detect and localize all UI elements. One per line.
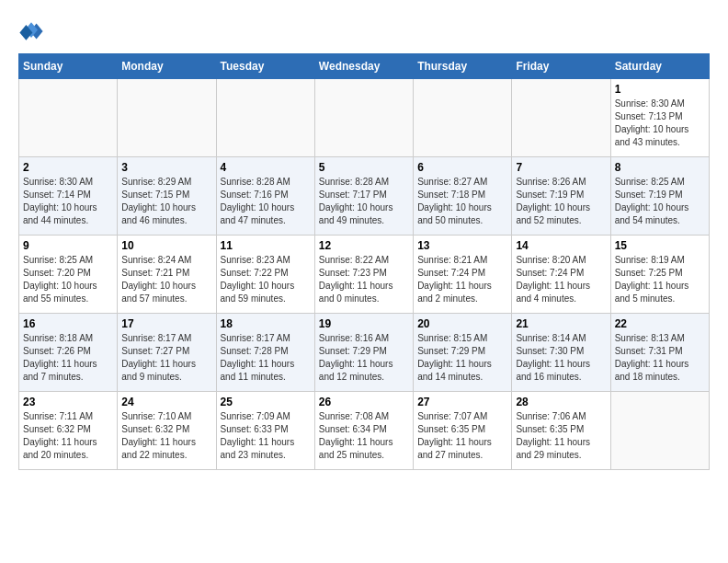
calendar-day-cell: 21Sunrise: 8:14 AM Sunset: 7:30 PM Dayli… xyxy=(512,314,610,392)
calendar-day-cell: 22Sunrise: 8:13 AM Sunset: 7:31 PM Dayli… xyxy=(610,314,709,392)
day-number: 3 xyxy=(121,161,211,174)
day-info: Sunrise: 8:24 AM Sunset: 7:21 PM Dayligh… xyxy=(121,254,211,305)
day-info: Sunrise: 8:20 AM Sunset: 7:24 PM Dayligh… xyxy=(516,254,606,305)
day-info: Sunrise: 8:28 AM Sunset: 7:17 PM Dayligh… xyxy=(319,176,409,227)
calendar-table: SundayMondayTuesdayWednesdayThursdayFrid… xyxy=(18,53,710,470)
day-number: 15 xyxy=(615,239,705,252)
calendar-day-cell: 9Sunrise: 8:25 AM Sunset: 7:20 PM Daylig… xyxy=(19,236,118,314)
calendar-day-cell: 14Sunrise: 8:20 AM Sunset: 7:24 PM Dayli… xyxy=(512,236,610,314)
day-info: Sunrise: 8:19 AM Sunset: 7:25 PM Dayligh… xyxy=(615,254,705,305)
day-info: Sunrise: 8:25 AM Sunset: 7:20 PM Dayligh… xyxy=(23,254,113,305)
day-info: Sunrise: 8:27 AM Sunset: 7:18 PM Dayligh… xyxy=(417,176,507,227)
logo xyxy=(18,18,48,44)
day-of-week-header: Friday xyxy=(512,54,610,79)
day-info: Sunrise: 8:14 AM Sunset: 7:30 PM Dayligh… xyxy=(516,332,606,384)
calendar-day-cell: 15Sunrise: 8:19 AM Sunset: 7:25 PM Dayli… xyxy=(610,236,709,314)
day-of-week-header: Tuesday xyxy=(216,54,314,79)
day-info: Sunrise: 7:09 AM Sunset: 6:33 PM Dayligh… xyxy=(221,410,311,462)
day-number: 1 xyxy=(615,83,705,96)
calendar-day-cell: 11Sunrise: 8:23 AM Sunset: 7:22 PM Dayli… xyxy=(216,236,314,314)
day-number: 4 xyxy=(221,161,311,174)
day-number: 5 xyxy=(319,161,409,174)
calendar-day-cell: 1Sunrise: 8:30 AM Sunset: 7:13 PM Daylig… xyxy=(610,79,709,157)
calendar-day-cell: 16Sunrise: 8:18 AM Sunset: 7:26 PM Dayli… xyxy=(19,314,118,392)
calendar-day-cell: 23Sunrise: 7:11 AM Sunset: 6:32 PM Dayli… xyxy=(19,392,118,470)
calendar-day-cell: 24Sunrise: 7:10 AM Sunset: 6:32 PM Dayli… xyxy=(118,392,216,470)
day-number: 16 xyxy=(23,317,113,330)
day-number: 17 xyxy=(121,317,211,330)
day-number: 6 xyxy=(417,161,507,174)
calendar-day-cell: 28Sunrise: 7:06 AM Sunset: 6:35 PM Dayli… xyxy=(512,392,610,470)
calendar-day-cell xyxy=(512,79,610,157)
day-of-week-header: Saturday xyxy=(610,54,709,79)
day-number: 10 xyxy=(121,239,211,252)
calendar-day-cell: 3Sunrise: 8:29 AM Sunset: 7:15 PM Daylig… xyxy=(118,157,216,236)
calendar-day-cell xyxy=(216,79,314,157)
day-info: Sunrise: 8:18 AM Sunset: 7:26 PM Dayligh… xyxy=(23,332,113,384)
calendar-day-cell: 13Sunrise: 8:21 AM Sunset: 7:24 PM Dayli… xyxy=(414,236,512,314)
day-number: 18 xyxy=(221,317,311,330)
calendar-header-row: SundayMondayTuesdayWednesdayThursdayFrid… xyxy=(19,54,710,79)
calendar-day-cell: 7Sunrise: 8:26 AM Sunset: 7:19 PM Daylig… xyxy=(512,157,610,236)
calendar-day-cell: 6Sunrise: 8:27 AM Sunset: 7:18 PM Daylig… xyxy=(414,157,512,236)
day-info: Sunrise: 8:26 AM Sunset: 7:19 PM Dayligh… xyxy=(516,176,606,227)
calendar-week-row: 23Sunrise: 7:11 AM Sunset: 6:32 PM Dayli… xyxy=(19,392,710,470)
day-info: Sunrise: 8:17 AM Sunset: 7:27 PM Dayligh… xyxy=(121,332,211,384)
calendar-day-cell: 17Sunrise: 8:17 AM Sunset: 7:27 PM Dayli… xyxy=(118,314,216,392)
day-number: 14 xyxy=(516,239,606,252)
day-info: Sunrise: 8:30 AM Sunset: 7:14 PM Dayligh… xyxy=(23,176,113,227)
calendar-day-cell: 18Sunrise: 8:17 AM Sunset: 7:28 PM Dayli… xyxy=(216,314,314,392)
day-number: 20 xyxy=(417,317,507,330)
day-number: 19 xyxy=(319,317,409,330)
day-number: 13 xyxy=(417,239,507,252)
day-info: Sunrise: 8:13 AM Sunset: 7:31 PM Dayligh… xyxy=(615,332,705,384)
calendar-day-cell xyxy=(314,79,413,157)
day-of-week-header: Wednesday xyxy=(314,54,413,79)
day-info: Sunrise: 8:23 AM Sunset: 7:22 PM Dayligh… xyxy=(221,254,311,305)
day-info: Sunrise: 8:22 AM Sunset: 7:23 PM Dayligh… xyxy=(319,254,409,305)
day-number: 28 xyxy=(516,396,606,408)
day-info: Sunrise: 8:30 AM Sunset: 7:13 PM Dayligh… xyxy=(615,98,705,149)
calendar-day-cell: 5Sunrise: 8:28 AM Sunset: 7:17 PM Daylig… xyxy=(314,157,413,236)
calendar-day-cell xyxy=(414,79,512,157)
calendar-day-cell: 10Sunrise: 8:24 AM Sunset: 7:21 PM Dayli… xyxy=(118,236,216,314)
calendar-week-row: 1Sunrise: 8:30 AM Sunset: 7:13 PM Daylig… xyxy=(19,79,710,157)
day-info: Sunrise: 7:07 AM Sunset: 6:35 PM Dayligh… xyxy=(417,410,507,462)
day-info: Sunrise: 8:28 AM Sunset: 7:16 PM Dayligh… xyxy=(221,176,311,227)
day-number: 25 xyxy=(221,396,311,408)
day-number: 9 xyxy=(23,239,113,252)
day-number: 11 xyxy=(221,239,311,252)
page-header xyxy=(18,18,710,44)
calendar-day-cell xyxy=(610,392,709,470)
day-info: Sunrise: 7:08 AM Sunset: 6:34 PM Dayligh… xyxy=(319,410,409,462)
calendar-day-cell xyxy=(19,79,118,157)
calendar-day-cell: 2Sunrise: 8:30 AM Sunset: 7:14 PM Daylig… xyxy=(19,157,118,236)
day-number: 2 xyxy=(23,161,113,174)
calendar-day-cell: 25Sunrise: 7:09 AM Sunset: 6:33 PM Dayli… xyxy=(216,392,314,470)
day-info: Sunrise: 7:11 AM Sunset: 6:32 PM Dayligh… xyxy=(23,410,113,462)
calendar-day-cell: 19Sunrise: 8:16 AM Sunset: 7:29 PM Dayli… xyxy=(314,314,413,392)
day-number: 21 xyxy=(516,317,606,330)
calendar-day-cell: 4Sunrise: 8:28 AM Sunset: 7:16 PM Daylig… xyxy=(216,157,314,236)
day-number: 23 xyxy=(23,396,113,408)
day-info: Sunrise: 8:15 AM Sunset: 7:29 PM Dayligh… xyxy=(417,332,507,384)
calendar-week-row: 16Sunrise: 8:18 AM Sunset: 7:26 PM Dayli… xyxy=(19,314,710,392)
day-of-week-header: Sunday xyxy=(19,54,118,79)
day-info: Sunrise: 8:25 AM Sunset: 7:19 PM Dayligh… xyxy=(615,176,705,227)
day-info: Sunrise: 8:16 AM Sunset: 7:29 PM Dayligh… xyxy=(319,332,409,384)
calendar-day-cell: 20Sunrise: 8:15 AM Sunset: 7:29 PM Dayli… xyxy=(414,314,512,392)
day-number: 26 xyxy=(319,396,409,408)
calendar-day-cell: 27Sunrise: 7:07 AM Sunset: 6:35 PM Dayli… xyxy=(414,392,512,470)
day-info: Sunrise: 8:29 AM Sunset: 7:15 PM Dayligh… xyxy=(121,176,211,227)
day-of-week-header: Monday xyxy=(118,54,216,79)
calendar-day-cell xyxy=(118,79,216,157)
logo-icon xyxy=(18,18,44,44)
day-info: Sunrise: 7:10 AM Sunset: 6:32 PM Dayligh… xyxy=(121,410,211,462)
day-of-week-header: Thursday xyxy=(414,54,512,79)
calendar-day-cell: 8Sunrise: 8:25 AM Sunset: 7:19 PM Daylig… xyxy=(610,157,709,236)
day-info: Sunrise: 8:21 AM Sunset: 7:24 PM Dayligh… xyxy=(417,254,507,305)
day-number: 7 xyxy=(516,161,606,174)
calendar-day-cell: 26Sunrise: 7:08 AM Sunset: 6:34 PM Dayli… xyxy=(314,392,413,470)
day-number: 27 xyxy=(417,396,507,408)
calendar-week-row: 2Sunrise: 8:30 AM Sunset: 7:14 PM Daylig… xyxy=(19,157,710,236)
